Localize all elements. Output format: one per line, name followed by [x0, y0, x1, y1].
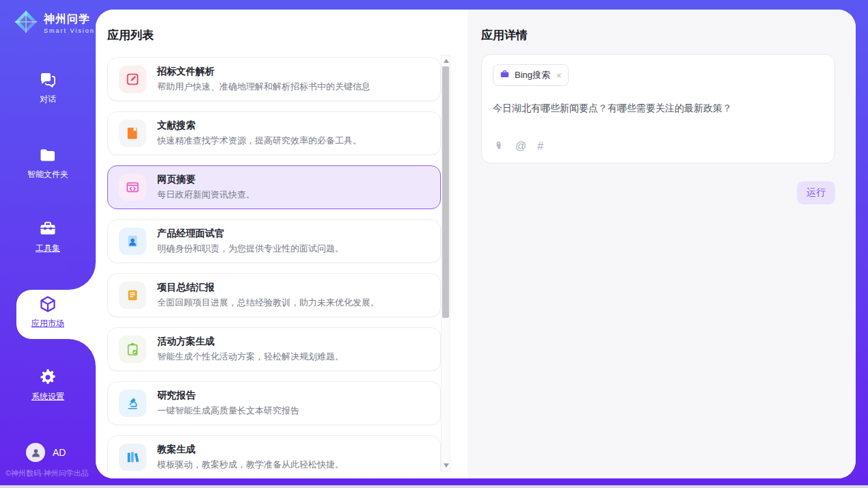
- copyright-text: ©神州数码·神州问学出品: [5, 468, 89, 478]
- app-card[interactable]: 网页摘要每日政府新闻资讯快查。: [107, 165, 441, 209]
- app-card-text: 招标文件解析帮助用户快速、准确地理解和解析招标书中的关键信息: [157, 66, 370, 93]
- scrollbar-thumb[interactable]: [442, 66, 449, 318]
- cube-icon: [38, 295, 57, 314]
- app-card-text: 教案生成模板驱动，教案秒成，教学准备从此轻松快捷。: [157, 444, 344, 471]
- doc-edit-icon: [119, 66, 146, 93]
- folder-icon: [38, 146, 57, 165]
- app-description: 每日政府新闻资讯快查。: [157, 189, 255, 201]
- scroll-down-icon[interactable]: [444, 463, 449, 467]
- app-detail-panel: 应用详情 Bing搜索 × 今日湖北有哪些新闻要点？有哪些需要关注的最新政策？ …: [467, 10, 856, 478]
- app-name: 活动方案生成: [157, 336, 344, 348]
- run-button[interactable]: 运行: [797, 181, 835, 204]
- app-description: 明确身份和职责，为您提供专业性的面试问题。: [157, 243, 344, 255]
- active-fillet-bottom: [68, 339, 96, 366]
- sidebar-item-gear[interactable]: 系统设置: [0, 368, 96, 403]
- app-detail-title: 应用详情: [481, 27, 835, 43]
- mention-icon[interactable]: @: [515, 141, 526, 152]
- app-description: 智能生成个性化活动方案，轻松解决规划难题。: [157, 351, 344, 363]
- gear-icon: [38, 368, 57, 387]
- interview-icon: [119, 228, 146, 255]
- app-card-text: 项目总结汇报全面回顾项目进展，总结经验教训，助力未来优化发展。: [157, 282, 379, 309]
- user-initials: AD: [53, 447, 66, 458]
- active-fillet-top: [68, 262, 96, 290]
- app-list-title: 应用列表: [107, 27, 154, 43]
- diamond-logo-icon: [14, 10, 38, 37]
- microscope-icon: [119, 390, 146, 417]
- attachment-toolbar: @ #: [493, 140, 824, 152]
- brand-name: 神州问学: [44, 12, 95, 27]
- sidebar-item-folder[interactable]: 智能文件夹: [0, 146, 96, 180]
- brand-tagline: Smart Vision: [44, 27, 95, 34]
- app-list-scrollbar[interactable]: [441, 55, 450, 472]
- app-description: 模板驱动，教案秒成，教学准备从此轻松快捷。: [157, 459, 344, 471]
- sidebar-item-label: 智能文件夹: [27, 169, 68, 180]
- app-description: 快速精准查找学术资源，提高研究效率的必备工具。: [157, 135, 362, 147]
- app-name: 产品经理面试官: [157, 228, 344, 240]
- app-card[interactable]: 招标文件解析帮助用户快速、准确地理解和解析招标书中的关键信息: [107, 57, 441, 101]
- app-name: 文献搜索: [157, 120, 362, 132]
- user-account[interactable]: AD: [26, 443, 66, 462]
- app-card[interactable]: 产品经理面试官明确身份和职责，为您提供专业性的面试问题。: [107, 219, 441, 263]
- brand-logo: 神州问学 Smart Vision: [14, 10, 95, 37]
- hashtag-icon[interactable]: #: [537, 141, 543, 152]
- sidebar-item-chat[interactable]: 对话: [0, 70, 96, 105]
- app-card[interactable]: 文献搜索快速精准查找学术资源，提高研究效率的必备工具。: [107, 111, 441, 155]
- sidebar-item-label: 工具集: [36, 243, 60, 254]
- app-card[interactable]: 研究报告一键智能生成高质量长文本研究报告: [107, 381, 441, 425]
- sidebar-item-label: 应用市场: [31, 318, 64, 329]
- scroll-up-icon[interactable]: [444, 59, 449, 63]
- app-name: 网页摘要: [157, 174, 255, 186]
- app-name: 研究报告: [157, 390, 299, 402]
- toolbox-icon: [38, 219, 57, 239]
- tool-tag-label: Bing搜索: [515, 69, 550, 81]
- app-name: 招标文件解析: [157, 66, 370, 78]
- app-description: 全面回顾项目进展，总结经验教训，助力未来优化发展。: [157, 297, 379, 309]
- chat-icon: [38, 70, 57, 90]
- app-description: 一键智能生成高质量长文本研究报告: [157, 405, 299, 417]
- browser-icon: [119, 174, 146, 201]
- app-card-text: 文献搜索快速精准查找学术资源，提高研究效率的必备工具。: [157, 120, 362, 147]
- main-frame: 应用列表 招标文件解析帮助用户快速、准确地理解和解析招标书中的关键信息文献搜索快…: [96, 10, 856, 478]
- prompt-text[interactable]: 今日湖北有哪些新闻要点？有哪些需要关注的最新政策？: [493, 101, 824, 116]
- tool-tag-bing[interactable]: Bing搜索 ×: [493, 64, 569, 86]
- app-card[interactable]: 项目总结汇报全面回顾项目进展，总结经验教训，助力未来优化发展。: [107, 273, 441, 317]
- books-icon: [119, 444, 146, 471]
- sidebar-item-label: 对话: [40, 94, 56, 105]
- app-name: 教案生成: [157, 444, 344, 456]
- clipboard-icon: [119, 336, 146, 363]
- app-card[interactable]: 教案生成模板驱动，教案秒成，教学准备从此轻松快捷。: [107, 435, 441, 472]
- app-card-text: 研究报告一键智能生成高质量长文本研究报告: [157, 390, 299, 417]
- sidebar-item-toolbox[interactable]: 工具集: [0, 219, 96, 254]
- app-list: 招标文件解析帮助用户快速、准确地理解和解析招标书中的关键信息文献搜索快速精准查找…: [107, 55, 441, 472]
- briefcase-icon: [500, 69, 510, 81]
- sidebar-item-label: 系统设置: [31, 391, 64, 403]
- sidebar-item-cube[interactable]: 应用市场: [0, 295, 96, 329]
- paperclip-icon[interactable]: [493, 140, 504, 152]
- tag-close-icon[interactable]: ×: [556, 70, 562, 81]
- app-card[interactable]: 活动方案生成智能生成个性化活动方案，轻松解决规划难题。: [107, 327, 441, 371]
- sidebar: 神州问学 Smart Vision 对话智能文件夹工具集应用市场系统设置 AD …: [0, 0, 96, 485]
- report-icon: [119, 282, 146, 309]
- prompt-card: Bing搜索 × 今日湖北有哪些新闻要点？有哪些需要关注的最新政策？ @ #: [481, 54, 835, 163]
- app-card-text: 网页摘要每日政府新闻资讯快查。: [157, 174, 255, 201]
- book-icon: [119, 120, 146, 147]
- app-name: 项目总结汇报: [157, 282, 379, 294]
- app-card-text: 产品经理面试官明确身份和职责，为您提供专业性的面试问题。: [157, 228, 344, 255]
- app-card-text: 活动方案生成智能生成个性化活动方案，轻松解决规划难题。: [157, 336, 344, 363]
- user-avatar-icon: [26, 443, 45, 462]
- app-description: 帮助用户快速、准确地理解和解析招标书中的关键信息: [157, 81, 370, 93]
- app-list-panel: 应用列表 招标文件解析帮助用户快速、准确地理解和解析招标书中的关键信息文献搜索快…: [96, 10, 467, 478]
